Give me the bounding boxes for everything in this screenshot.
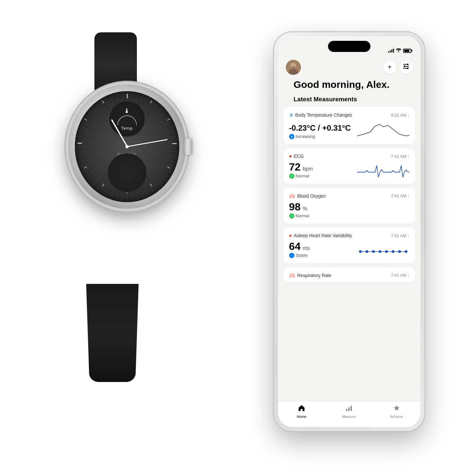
hrv-status-dot: → — [289, 253, 294, 258]
hrv-heart-icon: ♥ — [289, 233, 292, 238]
nav-home[interactable]: Home — [278, 404, 325, 419]
spo2-status-text: Normal — [296, 213, 309, 218]
ecg-card[interactable]: ♥ ECG 7:41 AM › — [283, 148, 415, 184]
body-temp-icon: ✳ — [289, 112, 293, 118]
hrv-status-text: Stable — [296, 253, 308, 258]
card-value-row-temp: -0.23°C / +0.31°C Increasing — [289, 120, 409, 139]
nav-achieve[interactable]: Achieve — [373, 404, 420, 419]
watch-crown[interactable] — [185, 139, 192, 155]
watch-strap-bottom — [86, 284, 138, 382]
body-temp-chevron: › — [408, 113, 409, 118]
center-dot — [125, 145, 129, 148]
card-header-hrv: ♥ Asleep Heart Rate Variability 7:41 AM … — [289, 233, 409, 238]
hrv-status: → Stable — [289, 253, 310, 258]
scene: 🌡 Temp WITHINGS — [58, 26, 418, 451]
svg-point-12 — [366, 250, 368, 253]
resp-title: Respiratory Rate — [297, 273, 332, 278]
add-button[interactable]: + — [383, 61, 396, 74]
ecg-heart-icon: ♥ — [289, 154, 292, 159]
measure-icon — [345, 404, 353, 414]
hrv-title: Asleep Heart Rate Variability — [294, 233, 352, 238]
svg-rect-21 — [351, 406, 352, 411]
svg-rect-19 — [346, 409, 347, 411]
svg-point-3 — [291, 66, 296, 70]
hrv-value: 64 — [289, 240, 301, 252]
svg-point-18 — [405, 250, 407, 253]
svg-point-7 — [407, 64, 408, 65]
resp-lungs-icon: 🫁 — [289, 272, 295, 278]
signal-bar-1 — [388, 51, 389, 53]
ecg-status-dot: ✓ — [289, 173, 294, 179]
greeting-text: Good morning, Alex. — [286, 79, 413, 90]
signal-bar-4 — [393, 49, 394, 53]
body-temp-card[interactable]: ✳ Body Temperature Changes 9:32 AM › — [283, 107, 415, 144]
svg-point-14 — [379, 250, 381, 253]
card-value-row-ecg: 72 bpm ✓ Normal — [289, 160, 409, 179]
spo2-status: ✓ Normal — [289, 213, 309, 219]
resp-time: 7:41 AM — [391, 273, 406, 278]
hrv-unit: ms — [303, 245, 310, 251]
cards-area: ✳ Body Temperature Changes 9:32 AM › — [278, 107, 420, 286]
svg-point-17 — [398, 250, 401, 253]
svg-point-15 — [385, 250, 388, 253]
home-icon — [298, 404, 305, 414]
achieve-icon — [393, 404, 400, 414]
card-title-row-hrv: ♥ Asleep Heart Rate Variability — [289, 233, 352, 238]
watch: 🌡 Temp WITHINGS — [49, 52, 232, 346]
avatar[interactable] — [286, 60, 301, 75]
svg-point-9 — [407, 68, 408, 69]
hrv-card[interactable]: ♥ Asleep Heart Rate Variability 7:41 AM … — [283, 228, 415, 263]
hrv-chart — [315, 245, 409, 258]
header-actions: + — [383, 61, 413, 74]
hrv-time: 7:41 AM — [391, 233, 406, 238]
app-header: + — [278, 56, 420, 103]
spo2-status-dot: ✓ — [289, 213, 294, 219]
ecg-chart — [318, 162, 409, 179]
ecg-time: 7:41 AM — [391, 154, 406, 159]
nav-achieve-label: Achieve — [390, 415, 403, 419]
ecg-status-text: Normal — [296, 173, 309, 178]
body-temp-status: Increasing — [289, 134, 351, 139]
header-top: + — [286, 60, 413, 75]
svg-rect-6 — [403, 68, 407, 69]
blood-oxygen-card[interactable]: 🫁 Blood Oxygen 7:41 AM › — [283, 188, 415, 224]
ecg-value: 72 — [289, 161, 301, 173]
svg-marker-22 — [393, 405, 400, 411]
ecg-unit: bpm — [303, 166, 313, 172]
battery-fill — [404, 50, 409, 52]
section-title: Latest Measurements — [286, 96, 413, 103]
status-icons — [388, 48, 411, 53]
spo2-title: Blood Oxygen — [297, 193, 326, 199]
temp-chart — [356, 120, 409, 139]
dynamic-island — [328, 41, 370, 52]
ecg-title: ECG — [294, 154, 304, 159]
nav-measure-label: Measure — [342, 415, 356, 419]
card-header-temp: ✳ Body Temperature Changes 9:32 AM › — [289, 112, 409, 118]
body-temp-status-text: Increasing — [296, 134, 315, 139]
card-title-row-temp: ✳ Body Temperature Changes — [289, 112, 352, 118]
watch-case: 🌡 Temp WITHINGS — [68, 85, 186, 209]
svg-point-13 — [372, 250, 375, 253]
settings-button[interactable] — [400, 61, 413, 74]
settings-icon — [403, 63, 409, 71]
minute-hand — [127, 139, 167, 147]
svg-point-16 — [392, 250, 394, 253]
ecg-status: ✓ Normal — [289, 173, 313, 179]
svg-point-11 — [359, 250, 362, 253]
nav-measure[interactable]: Measure — [325, 404, 373, 419]
increasing-icon — [289, 134, 294, 139]
signal-bars-icon — [388, 49, 394, 53]
card-header-ecg: ♥ ECG 7:41 AM › — [289, 154, 409, 159]
svg-rect-5 — [405, 66, 409, 67]
spo2-time: 7:41 AM — [391, 193, 406, 198]
battery-icon — [403, 49, 411, 53]
respiratory-card[interactable]: 🫁 Respiratory Rate 7:41 AM › — [283, 267, 415, 282]
card-title-row-ecg: ♥ ECG — [289, 154, 304, 159]
hour-hand — [111, 119, 127, 147]
spo2-lungs-icon: 🫁 — [289, 193, 295, 199]
card-header-resp: 🫁 Respiratory Rate 7:41 AM › — [289, 272, 409, 278]
signal-bar-3 — [391, 49, 392, 53]
scroll-area[interactable]: + — [278, 56, 420, 401]
spo2-chevron: › — [408, 193, 409, 198]
nav-home-label: Home — [297, 415, 306, 419]
